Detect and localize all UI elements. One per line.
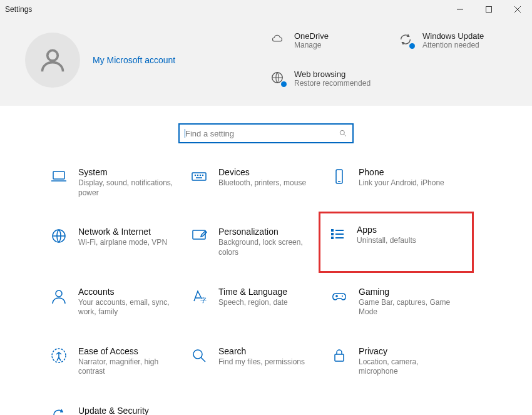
category-search[interactable]: SearchFind my files, permissions bbox=[187, 344, 325, 379]
status-tiles: OneDrive Manage Windows Update Attention… bbox=[269, 31, 507, 88]
search-box[interactable] bbox=[178, 123, 354, 143]
category-desc: Bluetooth, printers, mouse bbox=[218, 178, 306, 188]
search-row bbox=[0, 123, 532, 143]
category-privacy[interactable]: PrivacyLocation, camera, microphone bbox=[327, 344, 465, 379]
svg-rect-22 bbox=[331, 233, 334, 235]
status-sub: Restore recommended bbox=[294, 79, 371, 89]
svg-point-26 bbox=[56, 290, 62, 297]
person-icon bbox=[39, 46, 66, 74]
category-label: Network & Internet bbox=[78, 227, 167, 237]
category-apps[interactable]: AppsUninstall, defaults bbox=[319, 212, 474, 272]
laptop-icon bbox=[49, 167, 68, 186]
keyboard-icon bbox=[190, 167, 208, 186]
svg-point-4 bbox=[48, 50, 58, 61]
category-desc: Background, lock screen, colors bbox=[218, 238, 319, 257]
svg-rect-24 bbox=[331, 237, 334, 239]
category-label: Search bbox=[218, 346, 305, 356]
svg-rect-8 bbox=[53, 172, 64, 179]
svg-point-6 bbox=[340, 131, 344, 135]
category-desc: Game Bar, captures, Game Mode bbox=[359, 298, 459, 317]
svg-point-32 bbox=[193, 350, 202, 359]
category-phone[interactable]: PhoneLink your Android, iPhone bbox=[327, 165, 465, 200]
svg-line-33 bbox=[201, 357, 205, 362]
globe-icon bbox=[269, 69, 285, 86]
gamepad-icon bbox=[330, 287, 349, 305]
category-desc: Wi-Fi, airplane mode, VPN bbox=[78, 238, 167, 248]
account-block[interactable]: My Microsoft account bbox=[25, 31, 175, 88]
account-link[interactable]: My Microsoft account bbox=[93, 55, 175, 65]
avatar bbox=[25, 33, 80, 88]
category-gaming[interactable]: GamingGame Bar, captures, Game Mode bbox=[327, 284, 465, 320]
access-icon bbox=[49, 346, 68, 365]
category-desc: Narrator, magnifier, high contrast bbox=[78, 357, 178, 377]
search-icon bbox=[339, 129, 347, 138]
category-label: Gaming bbox=[359, 287, 459, 297]
search-input[interactable] bbox=[185, 129, 329, 138]
svg-rect-20 bbox=[331, 229, 334, 232]
category-devices[interactable]: DevicesBluetooth, printers, mouse bbox=[187, 165, 325, 200]
svg-point-12 bbox=[198, 175, 198, 176]
list-icon bbox=[328, 225, 347, 243]
svg-point-13 bbox=[200, 175, 201, 176]
category-desc: Speech, region, date bbox=[218, 298, 288, 308]
status-label: Web browsing bbox=[294, 69, 371, 79]
svg-rect-34 bbox=[335, 354, 344, 361]
category-desc: Find my files, permissions bbox=[218, 357, 305, 367]
lock-icon bbox=[330, 346, 349, 365]
pen-icon bbox=[190, 227, 208, 245]
category-desc: Uninstall, defaults bbox=[357, 236, 416, 246]
category-desc: Your accounts, email, sync, work, family bbox=[78, 298, 178, 317]
person-icon bbox=[49, 287, 68, 305]
category-label: Personalization bbox=[218, 227, 319, 237]
sync-icon bbox=[49, 406, 68, 415]
svg-rect-10 bbox=[192, 173, 206, 180]
category-time-language[interactable]: 字 Time & LanguageSpeech, region, date bbox=[187, 284, 325, 320]
globe-net-icon bbox=[49, 227, 68, 245]
svg-line-7 bbox=[344, 135, 346, 136]
status-tile-onedrive[interactable]: OneDrive Manage bbox=[269, 31, 379, 51]
category-system[interactable]: SystemDisplay, sound, notifications, pow… bbox=[47, 165, 185, 200]
category-label: Privacy bbox=[359, 346, 459, 356]
category-grid: SystemDisplay, sound, notifications, pow… bbox=[47, 165, 485, 415]
category-desc: Display, sound, notifications, power bbox=[78, 178, 178, 198]
status-label: OneDrive bbox=[294, 31, 329, 41]
status-sub: Manage bbox=[294, 41, 329, 51]
titlebar: Settings bbox=[0, 0, 532, 19]
svg-point-11 bbox=[195, 175, 196, 176]
update-loop-icon bbox=[397, 31, 414, 48]
category-label: Devices bbox=[218, 167, 306, 177]
phone-icon bbox=[330, 167, 349, 186]
magnify-icon bbox=[190, 346, 208, 365]
category-accounts[interactable]: AccountsYour accounts, email, sync, work… bbox=[47, 284, 185, 320]
category-desc: Link your Android, iPhone bbox=[359, 178, 444, 188]
svg-text:字: 字 bbox=[200, 297, 207, 304]
category-label: Time & Language bbox=[218, 287, 288, 297]
category-label: Apps bbox=[357, 225, 416, 235]
status-label: Windows Update bbox=[422, 31, 484, 41]
svg-point-28 bbox=[342, 295, 343, 297]
category-desc: Location, camera, microphone bbox=[359, 357, 459, 377]
maximize-button[interactable] bbox=[474, 0, 503, 19]
a-letter-icon: 字 bbox=[190, 287, 208, 305]
status-tile-web-browsing[interactable]: Web browsing Restore recommended bbox=[269, 69, 379, 89]
svg-point-14 bbox=[203, 175, 203, 176]
svg-rect-1 bbox=[486, 7, 492, 13]
window-title: Settings bbox=[5, 5, 32, 14]
category-label: Ease of Access bbox=[78, 346, 178, 356]
category-ease-of-access[interactable]: Ease of AccessNarrator, magnifier, high … bbox=[47, 344, 185, 379]
status-sub: Attention needed bbox=[422, 41, 484, 51]
cloud-icon bbox=[269, 31, 285, 48]
minimize-button[interactable] bbox=[446, 0, 474, 19]
header-zone: My Microsoft account OneDrive Manage Win… bbox=[0, 19, 532, 106]
category-label: Accounts bbox=[78, 287, 178, 297]
category-label: Phone bbox=[359, 167, 444, 177]
category-label: System bbox=[78, 167, 178, 177]
category-label: Update & Security bbox=[78, 406, 178, 415]
status-tile-windows-update[interactable]: Windows Update Attention needed bbox=[397, 31, 507, 51]
category-network[interactable]: Network & InternetWi-Fi, airplane mode, … bbox=[47, 224, 185, 260]
category-personalization[interactable]: PersonalizationBackground, lock screen, … bbox=[187, 224, 325, 260]
window-controls bbox=[446, 0, 532, 19]
category-update-security[interactable]: Update & SecurityWindows Update, recover… bbox=[47, 403, 185, 415]
close-button[interactable] bbox=[503, 0, 532, 19]
